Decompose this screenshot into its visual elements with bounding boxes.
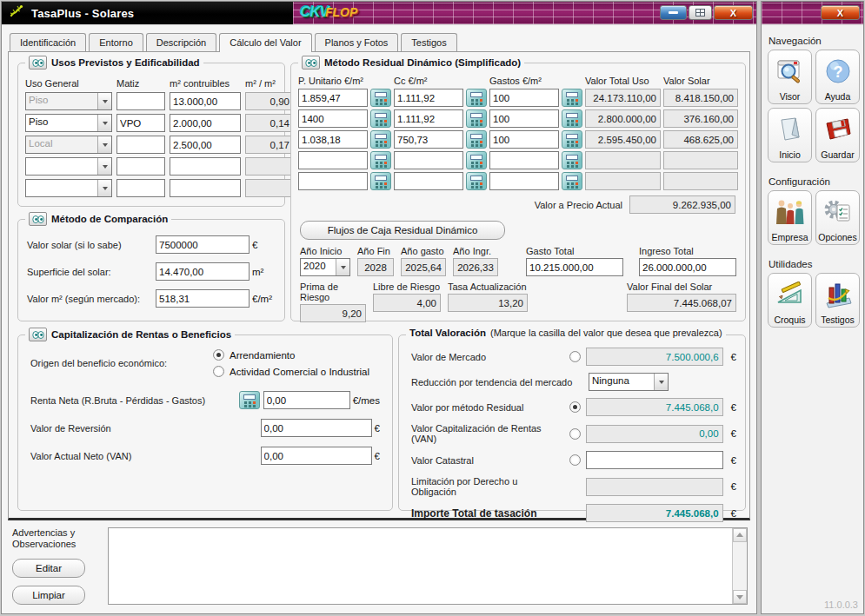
empresa-button[interactable]: Empresa	[768, 190, 812, 245]
gasto-total-input[interactable]	[526, 258, 623, 276]
valor-m2-input[interactable]	[156, 289, 250, 308]
p-unitario-input-1[interactable]	[298, 89, 368, 107]
scroll-up-icon[interactable]	[733, 528, 747, 542]
gastos-input-2[interactable]	[489, 109, 559, 128]
cc-input-5[interactable]	[394, 172, 463, 190]
maximize-button[interactable]	[689, 5, 712, 20]
cc-input-1[interactable]	[394, 89, 463, 107]
calculator-icon[interactable]	[562, 89, 582, 107]
calculator-icon[interactable]	[466, 109, 487, 128]
uso-general-select-4[interactable]	[25, 157, 112, 176]
calculator-icon[interactable]	[370, 151, 391, 169]
calculator-icon[interactable]	[466, 172, 487, 190]
calculator-icon[interactable]	[562, 130, 582, 149]
observaciones-textarea[interactable]	[109, 528, 732, 605]
radio-arrendamiento[interactable]: Arrendamiento	[213, 349, 369, 361]
matiz-input-3[interactable]	[116, 136, 165, 154]
matiz-input-1[interactable]	[116, 92, 165, 110]
group-total-valoracion: Total Valoración (Marque la casilla del …	[398, 334, 746, 511]
advertencias-label: Advertencias y Observaciones	[12, 527, 96, 552]
tab-testigos[interactable]: Testigos	[401, 33, 456, 51]
matiz-input-2[interactable]	[116, 114, 165, 132]
reduccion-select[interactable]: Ninguna	[589, 373, 669, 391]
calculator-icon[interactable]	[562, 109, 582, 128]
m2-construibles-input-4[interactable]	[170, 157, 241, 176]
radio-valor-van[interactable]	[569, 428, 581, 440]
p-unitario-input-5[interactable]	[298, 172, 368, 190]
calculator-icon[interactable]	[562, 151, 582, 169]
valor-solar-input[interactable]	[156, 235, 250, 254]
van-input[interactable]	[261, 447, 372, 465]
uso-general-select-1[interactable]: Piso	[25, 92, 112, 110]
calculator-icon[interactable]	[466, 151, 487, 169]
tab-planos-y-fotos[interactable]: Planos y Fotos	[315, 33, 399, 51]
calculator-icon[interactable]	[370, 172, 391, 190]
p-unitario-input-4[interactable]	[298, 151, 368, 169]
gastos-input-3[interactable]	[489, 130, 559, 149]
valor-precio-actual-field: 9.262.935,00	[629, 195, 735, 214]
gasto-total-label: Gasto Total	[526, 246, 623, 256]
close-button[interactable]: X	[714, 5, 753, 20]
eye-icon[interactable]	[302, 56, 320, 70]
eye-icon[interactable]	[29, 328, 47, 341]
ayuda-button[interactable]: ? Ayuda	[815, 50, 860, 104]
editar-button[interactable]: Editar	[12, 559, 85, 578]
eye-icon[interactable]	[29, 56, 47, 70]
limpiar-button[interactable]: Limpiar	[12, 586, 85, 605]
gastos-input-1[interactable]	[489, 89, 559, 107]
reversion-input[interactable]	[261, 419, 372, 437]
tab-entorno[interactable]: Entorno	[89, 33, 143, 51]
radio-actividad[interactable]: Actividad Comercial o Industrial	[213, 366, 369, 377]
minimize-button[interactable]	[660, 5, 687, 20]
m2-construibles-input-1[interactable]	[170, 92, 241, 110]
m2-construibles-input-5[interactable]	[170, 179, 241, 197]
tab-identificacion[interactable]: Identificación	[10, 33, 86, 51]
visor-button[interactable]: Visor	[768, 50, 812, 104]
libre-riesgo-field: 4,00	[373, 294, 441, 312]
radio-valor-catastral[interactable]	[569, 454, 581, 466]
calculator-icon[interactable]	[370, 89, 391, 107]
opciones-button[interactable]: Opciones	[815, 190, 860, 245]
group-title-total: Total Valoración	[409, 328, 486, 338]
gastos-input-4[interactable]	[489, 151, 559, 169]
uso-general-select-2[interactable]: Piso	[25, 114, 112, 132]
p-unitario-input-3[interactable]	[298, 130, 368, 149]
p-unitario-input-2[interactable]	[298, 109, 368, 128]
m2-construibles-input-2[interactable]	[170, 114, 241, 132]
superficie-input[interactable]	[156, 262, 250, 281]
calculator-icon[interactable]	[466, 89, 487, 107]
matiz-input-4[interactable]	[116, 157, 165, 176]
flujos-caja-button[interactable]: Flujos de Caja Residual Dinámico	[300, 221, 505, 240]
eye-icon[interactable]	[29, 212, 47, 226]
matiz-input-5[interactable]	[116, 179, 165, 197]
gastos-input-5[interactable]	[489, 172, 559, 190]
tab-calculo-del-valor[interactable]: Cálculo del Valor	[219, 33, 311, 52]
anio-inicio-select[interactable]: 2020	[300, 258, 350, 276]
inicio-button[interactable]: Inicio	[768, 108, 812, 162]
cc-input-4[interactable]	[394, 151, 463, 169]
guardar-button[interactable]: Guardar	[815, 108, 860, 162]
valor-solar-field-4	[663, 151, 738, 169]
uso-general-select-5[interactable]	[25, 179, 112, 197]
scroll-down-icon[interactable]	[733, 590, 747, 604]
tab-descripcion[interactable]: Descripción	[146, 33, 216, 51]
calculator-icon[interactable]	[239, 391, 260, 409]
valor-catastral-input[interactable]	[586, 451, 723, 469]
croquis-button[interactable]: Croquis	[768, 273, 812, 328]
cc-input-2[interactable]	[394, 109, 463, 128]
sidebar-close-button[interactable]: X	[821, 5, 860, 20]
renta-neta-input[interactable]	[263, 391, 350, 409]
radio-valor-residual[interactable]	[569, 401, 581, 413]
radio-valor-mercado[interactable]	[569, 351, 581, 362]
calculator-icon[interactable]	[466, 130, 487, 149]
cc-input-3[interactable]	[394, 130, 463, 149]
m2-construibles-input-3[interactable]	[170, 136, 241, 154]
testigos-button[interactable]: Testigos	[815, 273, 860, 328]
scrollbar[interactable]	[732, 528, 747, 605]
calculator-icon[interactable]	[370, 130, 391, 149]
ingreso-total-input[interactable]	[639, 258, 736, 276]
valor-van-field: 0,00	[586, 425, 723, 443]
uso-general-select-3[interactable]: Local	[25, 136, 112, 154]
calculator-icon[interactable]	[562, 172, 582, 190]
calculator-icon[interactable]	[370, 109, 391, 128]
